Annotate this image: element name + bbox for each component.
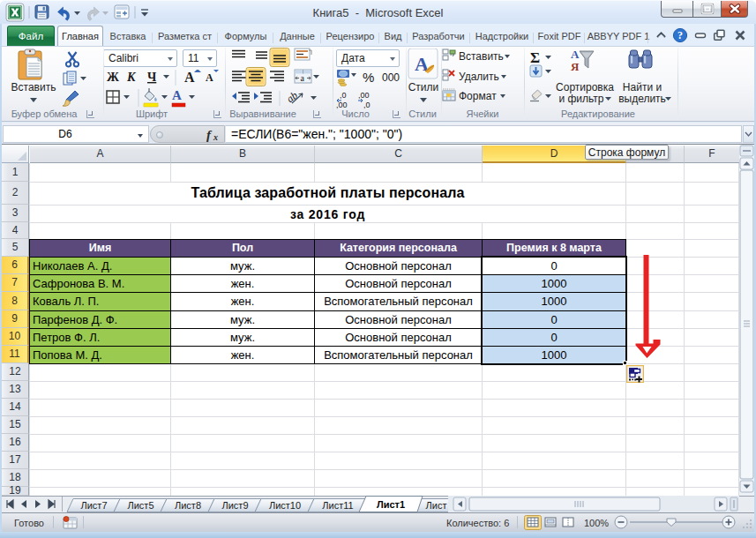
svg-text:Лист8: Лист8 [175, 500, 201, 511]
svg-text:,0: ,0 [363, 101, 371, 109]
svg-text:А: А [184, 70, 195, 85]
svg-text:Вставить: Вставить [459, 50, 504, 63]
svg-text:Лист: Лист [426, 500, 447, 511]
svg-text:Я: Я [571, 60, 580, 73]
svg-text:x: x [213, 132, 218, 142]
svg-text:Формат: Формат [459, 90, 497, 102]
svg-text:Стили: Стили [408, 81, 439, 93]
svg-text:?: ? [677, 29, 683, 41]
svg-text:Лист7: Лист7 [80, 500, 107, 511]
svg-text:Ж: Ж [107, 71, 119, 84]
svg-text:А: А [206, 71, 213, 84]
svg-text:А: А [172, 88, 182, 102]
svg-text:Вставить: Вставить [11, 81, 56, 93]
svg-text:К: К [126, 71, 137, 84]
svg-text:Лист10: Лист10 [269, 500, 301, 511]
svg-text:Найти и: Найти и [623, 81, 662, 93]
svg-text:,00: ,00 [336, 101, 348, 109]
svg-text:,0: ,0 [340, 91, 347, 100]
svg-text:000: 000 [382, 71, 400, 84]
svg-text:Лист1: Лист1 [377, 499, 405, 510]
svg-text:Удалить: Удалить [459, 71, 499, 83]
svg-text:,00: ,00 [358, 91, 370, 100]
svg-text:Лист9: Лист9 [221, 500, 248, 511]
svg-text:Σ: Σ [530, 49, 540, 66]
svg-text:А: А [571, 48, 580, 61]
svg-text:%: % [363, 70, 374, 85]
svg-text:f: f [206, 128, 213, 142]
svg-text:Лист5: Лист5 [127, 500, 153, 511]
svg-text:Сортировка: Сортировка [556, 81, 614, 93]
svg-text:Лист11: Лист11 [322, 500, 353, 511]
svg-text:выделить: выделить [618, 93, 666, 105]
svg-text:a: a [301, 73, 305, 83]
svg-text:и фильтр: и фильтр [558, 93, 603, 105]
svg-text:Ч: Ч [147, 71, 157, 84]
